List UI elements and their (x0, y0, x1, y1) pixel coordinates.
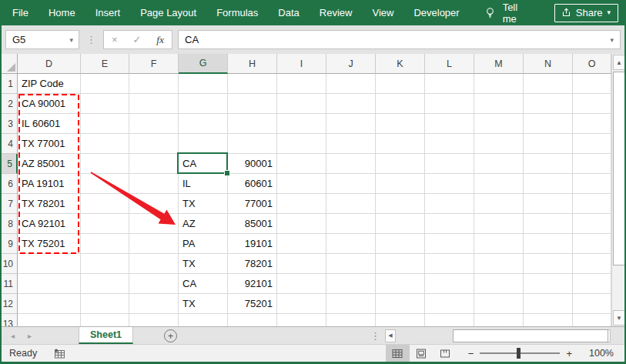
cell-G13[interactable] (179, 314, 228, 326)
cell-M10[interactable] (474, 254, 524, 274)
cell-H2[interactable] (228, 94, 277, 114)
horizontal-scrollbar[interactable]: ◀ ▶ (385, 327, 611, 344)
cell-G10[interactable]: TX (179, 254, 228, 274)
cell-J5[interactable] (326, 154, 376, 174)
cell-K11[interactable] (376, 274, 425, 294)
cell-M6[interactable] (474, 174, 524, 194)
cell-O6[interactable] (573, 174, 611, 194)
cell-G6[interactable]: IL (179, 174, 228, 194)
cell-E3[interactable] (81, 114, 129, 134)
cell-O2[interactable] (573, 94, 611, 114)
cell-I12[interactable] (277, 294, 326, 314)
cell-K5[interactable] (376, 154, 425, 174)
cell-M2[interactable] (474, 94, 524, 114)
page-layout-view-button[interactable] (410, 345, 434, 362)
cell-D6[interactable]: PA 19101 (18, 174, 81, 194)
cell-N11[interactable] (524, 274, 573, 294)
row-header-7[interactable]: 7 (0, 194, 18, 214)
cell-H13[interactable] (228, 314, 277, 326)
cell-O9[interactable] (573, 234, 611, 254)
cell-K13[interactable] (376, 314, 425, 326)
row-header-8[interactable]: 8 (0, 214, 18, 234)
zoom-slider[interactable] (480, 352, 560, 354)
zoom-slider-thumb[interactable] (517, 348, 521, 359)
cell-E12[interactable] (81, 294, 129, 314)
cell-J6[interactable] (326, 174, 376, 194)
cell-K3[interactable] (376, 114, 425, 134)
cell-K9[interactable] (376, 234, 425, 254)
cell-H8[interactable]: 85001 (228, 214, 277, 234)
cell-O5[interactable] (573, 154, 611, 174)
enter-check-icon[interactable]: ✓ (132, 34, 141, 45)
cell-F1[interactable] (129, 74, 179, 94)
vertical-scrollbar-thumb[interactable] (613, 72, 625, 265)
cell-F4[interactable] (129, 134, 179, 154)
ribbon-tab-file[interactable]: File (12, 7, 28, 18)
cell-M8[interactable] (474, 214, 524, 234)
cell-J7[interactable] (326, 194, 376, 214)
row-header-13[interactable]: 13 (0, 314, 18, 326)
cell-G1[interactable] (179, 74, 228, 94)
name-box[interactable]: G5 ▾ (5, 30, 79, 49)
cancel-icon[interactable]: × (112, 34, 118, 45)
cell-J3[interactable] (326, 114, 376, 134)
row-header-9[interactable]: 9 (0, 234, 18, 254)
cell-M13[interactable] (474, 314, 524, 326)
cell-D12[interactable] (18, 294, 81, 314)
horizontal-scrollbar-track[interactable] (396, 329, 600, 342)
cell-I1[interactable] (277, 74, 326, 94)
cell-F7[interactable] (129, 194, 179, 214)
cell-F9[interactable] (129, 234, 179, 254)
cell-L3[interactable] (425, 114, 474, 134)
cell-M3[interactable] (474, 114, 524, 134)
cell-M11[interactable] (474, 274, 524, 294)
column-header-D[interactable]: D (18, 54, 81, 74)
cell-D3[interactable]: IL 60601 (18, 114, 81, 134)
cell-F13[interactable] (129, 314, 179, 326)
normal-view-button[interactable] (386, 345, 410, 362)
cell-E4[interactable] (81, 134, 129, 154)
column-header-H[interactable]: H (228, 54, 277, 74)
cell-F6[interactable] (129, 174, 179, 194)
ribbon-tab-formulas[interactable]: Formulas (216, 7, 258, 18)
cell-M9[interactable] (474, 234, 524, 254)
name-box-dropdown-icon[interactable]: ▾ (69, 36, 79, 44)
column-header-G[interactable]: G (179, 54, 228, 74)
cell-H5[interactable]: 90001 (228, 154, 277, 174)
tab-scrollbar-splitter-icon[interactable]: ⋮ (370, 330, 385, 342)
cell-G9[interactable]: PA (179, 234, 228, 254)
cell-O13[interactable] (573, 314, 611, 326)
cell-O11[interactable] (573, 274, 611, 294)
cell-N8[interactable] (524, 214, 573, 234)
cell-L2[interactable] (425, 94, 474, 114)
cell-F2[interactable] (129, 94, 179, 114)
cell-N3[interactable] (524, 114, 573, 134)
cell-I4[interactable] (277, 134, 326, 154)
ribbon-tab-home[interactable]: Home (49, 7, 75, 18)
cell-N7[interactable] (524, 194, 573, 214)
cell-H7[interactable]: 77001 (228, 194, 277, 214)
cell-G2[interactable] (179, 94, 228, 114)
next-sheet-icon[interactable]: ▸ (28, 332, 32, 340)
cell-J12[interactable] (326, 294, 376, 314)
cell-N6[interactable] (524, 174, 573, 194)
row-header-11[interactable]: 11 (0, 274, 18, 294)
cell-N9[interactable] (524, 234, 573, 254)
cell-D5[interactable]: AZ 85001 (18, 154, 81, 174)
cell-L13[interactable] (425, 314, 474, 326)
cell-G8[interactable]: AZ (179, 214, 228, 234)
cell-D7[interactable]: TX 78201 (18, 194, 81, 214)
cell-M5[interactable] (474, 154, 524, 174)
ribbon-tab-review[interactable]: Review (320, 7, 353, 18)
column-header-K[interactable]: K (376, 54, 425, 74)
cell-L11[interactable] (425, 274, 474, 294)
cell-E10[interactable] (81, 254, 129, 274)
cell-I7[interactable] (277, 194, 326, 214)
cell-J2[interactable] (326, 94, 376, 114)
cell-L9[interactable] (425, 234, 474, 254)
cell-I2[interactable] (277, 94, 326, 114)
cell-K6[interactable] (376, 174, 425, 194)
cell-N4[interactable] (524, 134, 573, 154)
column-header-F[interactable]: F (129, 54, 179, 74)
cell-D11[interactable] (18, 274, 81, 294)
